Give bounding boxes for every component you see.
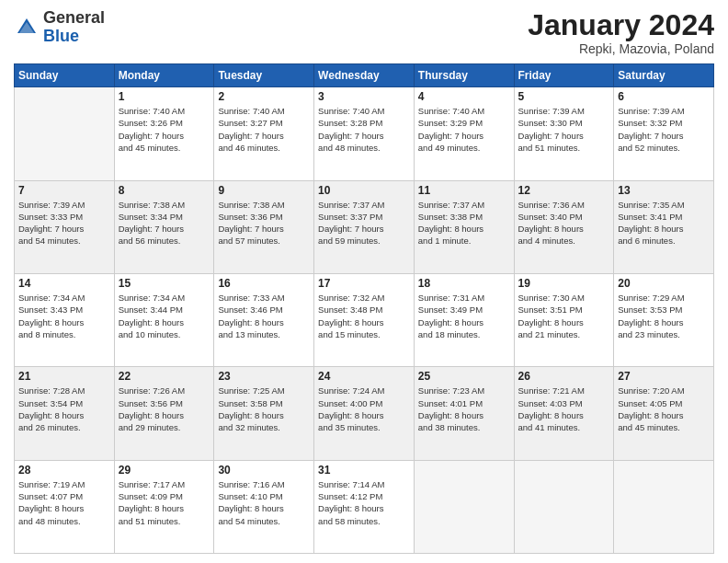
day-info: Sunrise: 7:25 AM Sunset: 3:58 PM Dayligh… xyxy=(218,385,310,433)
week-row-0: 1Sunrise: 7:40 AM Sunset: 3:26 PM Daylig… xyxy=(15,87,714,180)
day-cell: 17Sunrise: 7:32 AM Sunset: 3:48 PM Dayli… xyxy=(314,273,415,366)
day-cell xyxy=(614,460,714,553)
day-info: Sunrise: 7:38 AM Sunset: 3:34 PM Dayligh… xyxy=(119,199,210,247)
calendar-page: General Blue January 2024 Repki, Mazovia… xyxy=(0,0,728,563)
day-cell: 19Sunrise: 7:30 AM Sunset: 3:51 PM Dayli… xyxy=(514,273,614,366)
day-info: Sunrise: 7:33 AM Sunset: 3:46 PM Dayligh… xyxy=(218,292,310,340)
day-info: Sunrise: 7:31 AM Sunset: 3:49 PM Dayligh… xyxy=(418,292,510,340)
day-number: 23 xyxy=(218,370,310,383)
day-cell xyxy=(414,460,514,553)
day-number: 17 xyxy=(318,277,410,290)
day-info: Sunrise: 7:40 AM Sunset: 3:27 PM Dayligh… xyxy=(218,105,310,154)
day-info: Sunrise: 7:36 AM Sunset: 3:40 PM Dayligh… xyxy=(518,199,610,247)
day-cell: 20Sunrise: 7:29 AM Sunset: 3:53 PM Dayli… xyxy=(614,273,714,366)
day-cell: 7Sunrise: 7:39 AM Sunset: 3:33 PM Daylig… xyxy=(15,180,115,273)
day-cell: 14Sunrise: 7:34 AM Sunset: 3:43 PM Dayli… xyxy=(15,273,115,366)
day-info: Sunrise: 7:39 AM Sunset: 3:33 PM Dayligh… xyxy=(18,199,110,247)
subtitle: Repki, Mazovia, Poland xyxy=(528,41,714,56)
day-cell: 9Sunrise: 7:38 AM Sunset: 3:36 PM Daylig… xyxy=(214,180,314,273)
day-info: Sunrise: 7:35 AM Sunset: 3:41 PM Dayligh… xyxy=(618,199,710,247)
day-info: Sunrise: 7:16 AM Sunset: 4:10 PM Dayligh… xyxy=(218,478,310,527)
day-info: Sunrise: 7:37 AM Sunset: 3:37 PM Dayligh… xyxy=(318,199,410,247)
day-info: Sunrise: 7:19 AM Sunset: 4:07 PM Dayligh… xyxy=(18,478,110,527)
header-row: SundayMondayTuesdayWednesdayThursdayFrid… xyxy=(15,64,714,87)
day-info: Sunrise: 7:29 AM Sunset: 3:53 PM Dayligh… xyxy=(618,292,710,340)
day-cell: 28Sunrise: 7:19 AM Sunset: 4:07 PM Dayli… xyxy=(15,460,115,553)
day-cell: 30Sunrise: 7:16 AM Sunset: 4:10 PM Dayli… xyxy=(214,460,314,553)
day-cell: 27Sunrise: 7:20 AM Sunset: 4:05 PM Dayli… xyxy=(614,367,714,460)
day-info: Sunrise: 7:40 AM Sunset: 3:29 PM Dayligh… xyxy=(418,105,510,154)
day-number: 12 xyxy=(518,184,610,197)
day-number: 8 xyxy=(119,184,210,197)
day-number: 15 xyxy=(119,277,210,290)
day-cell: 11Sunrise: 7:37 AM Sunset: 3:38 PM Dayli… xyxy=(414,180,514,273)
day-number: 31 xyxy=(318,464,410,477)
day-number: 22 xyxy=(119,370,210,383)
day-info: Sunrise: 7:38 AM Sunset: 3:36 PM Dayligh… xyxy=(218,199,310,247)
logo-icon xyxy=(14,15,40,40)
day-info: Sunrise: 7:20 AM Sunset: 4:05 PM Dayligh… xyxy=(618,385,710,433)
day-number: 1 xyxy=(119,90,210,103)
day-number: 21 xyxy=(18,370,110,383)
day-cell: 4Sunrise: 7:40 AM Sunset: 3:29 PM Daylig… xyxy=(414,87,514,180)
day-info: Sunrise: 7:40 AM Sunset: 3:26 PM Dayligh… xyxy=(119,105,210,154)
day-cell: 5Sunrise: 7:39 AM Sunset: 3:30 PM Daylig… xyxy=(514,87,614,180)
header: General Blue January 2024 Repki, Mazovia… xyxy=(14,9,714,56)
day-number: 13 xyxy=(618,184,710,197)
day-number: 27 xyxy=(618,370,710,383)
day-cell: 10Sunrise: 7:37 AM Sunset: 3:37 PM Dayli… xyxy=(314,180,415,273)
day-info: Sunrise: 7:34 AM Sunset: 3:43 PM Dayligh… xyxy=(18,292,110,340)
day-cell: 15Sunrise: 7:34 AM Sunset: 3:44 PM Dayli… xyxy=(114,273,214,366)
header-cell-thursday: Thursday xyxy=(414,64,514,87)
day-cell: 22Sunrise: 7:26 AM Sunset: 3:56 PM Dayli… xyxy=(114,367,214,460)
day-info: Sunrise: 7:24 AM Sunset: 4:00 PM Dayligh… xyxy=(318,385,410,433)
logo: General Blue xyxy=(14,9,105,46)
day-info: Sunrise: 7:28 AM Sunset: 3:54 PM Dayligh… xyxy=(18,385,110,433)
day-cell: 1Sunrise: 7:40 AM Sunset: 3:26 PM Daylig… xyxy=(114,87,214,180)
day-cell: 18Sunrise: 7:31 AM Sunset: 3:49 PM Dayli… xyxy=(414,273,514,366)
day-cell: 29Sunrise: 7:17 AM Sunset: 4:09 PM Dayli… xyxy=(114,460,214,553)
day-info: Sunrise: 7:37 AM Sunset: 3:38 PM Dayligh… xyxy=(418,199,510,247)
day-number: 4 xyxy=(418,90,510,103)
day-number: 28 xyxy=(18,464,110,477)
header-cell-tuesday: Tuesday xyxy=(214,64,314,87)
day-number: 26 xyxy=(518,370,610,383)
week-row-4: 28Sunrise: 7:19 AM Sunset: 4:07 PM Dayli… xyxy=(15,460,714,553)
logo-text: General Blue xyxy=(43,9,105,46)
day-info: Sunrise: 7:26 AM Sunset: 3:56 PM Dayligh… xyxy=(119,385,210,433)
day-info: Sunrise: 7:23 AM Sunset: 4:01 PM Dayligh… xyxy=(418,385,510,433)
week-row-2: 14Sunrise: 7:34 AM Sunset: 3:43 PM Dayli… xyxy=(15,273,714,366)
header-cell-friday: Friday xyxy=(514,64,614,87)
day-number: 24 xyxy=(318,370,410,383)
header-cell-sunday: Sunday xyxy=(15,64,115,87)
day-info: Sunrise: 7:14 AM Sunset: 4:12 PM Dayligh… xyxy=(318,478,410,527)
day-cell: 23Sunrise: 7:25 AM Sunset: 3:58 PM Dayli… xyxy=(214,367,314,460)
day-number: 10 xyxy=(318,184,410,197)
day-number: 6 xyxy=(618,90,710,103)
day-info: Sunrise: 7:34 AM Sunset: 3:44 PM Dayligh… xyxy=(119,292,210,340)
day-number: 2 xyxy=(218,90,310,103)
day-cell: 6Sunrise: 7:39 AM Sunset: 3:32 PM Daylig… xyxy=(614,87,714,180)
logo-general: General xyxy=(43,8,105,27)
day-number: 18 xyxy=(418,277,510,290)
day-number: 29 xyxy=(119,464,210,477)
calendar-table: SundayMondayTuesdayWednesdayThursdayFrid… xyxy=(14,63,714,554)
day-number: 16 xyxy=(218,277,310,290)
header-cell-wednesday: Wednesday xyxy=(314,64,415,87)
day-number: 7 xyxy=(18,184,110,197)
day-number: 30 xyxy=(218,464,310,477)
day-cell xyxy=(15,87,115,180)
day-cell: 26Sunrise: 7:21 AM Sunset: 4:03 PM Dayli… xyxy=(514,367,614,460)
title-area: January 2024 Repki, Mazovia, Poland xyxy=(528,9,714,56)
day-info: Sunrise: 7:17 AM Sunset: 4:09 PM Dayligh… xyxy=(119,478,210,527)
month-title: January 2024 xyxy=(528,9,714,41)
day-info: Sunrise: 7:40 AM Sunset: 3:28 PM Dayligh… xyxy=(318,105,410,154)
day-number: 25 xyxy=(418,370,510,383)
day-cell: 16Sunrise: 7:33 AM Sunset: 3:46 PM Dayli… xyxy=(214,273,314,366)
week-row-3: 21Sunrise: 7:28 AM Sunset: 3:54 PM Dayli… xyxy=(15,367,714,460)
day-cell: 25Sunrise: 7:23 AM Sunset: 4:01 PM Dayli… xyxy=(414,367,514,460)
day-cell: 12Sunrise: 7:36 AM Sunset: 3:40 PM Dayli… xyxy=(514,180,614,273)
day-number: 11 xyxy=(418,184,510,197)
day-cell: 13Sunrise: 7:35 AM Sunset: 3:41 PM Dayli… xyxy=(614,180,714,273)
day-number: 3 xyxy=(318,90,410,103)
